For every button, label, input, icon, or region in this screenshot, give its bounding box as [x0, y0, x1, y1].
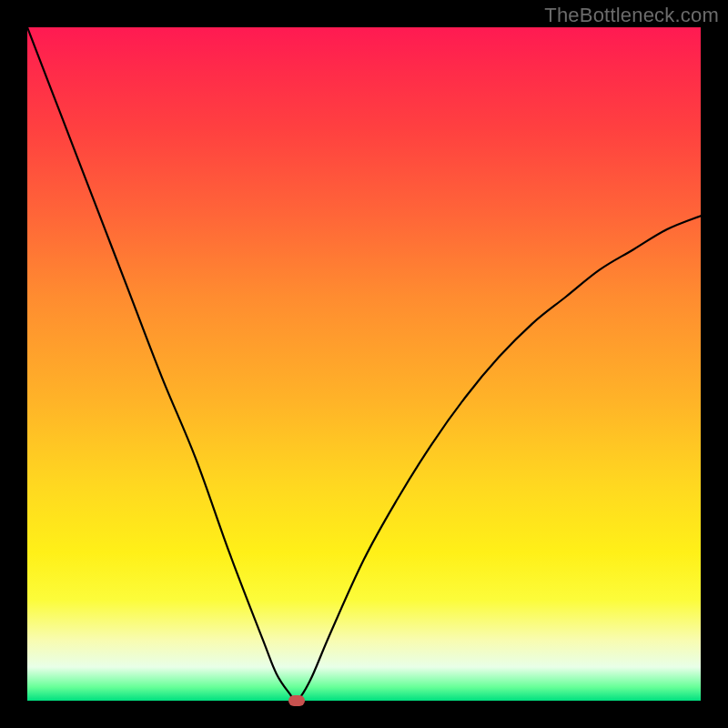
watermark-text: TheBottleneck.com — [544, 4, 719, 27]
bottleneck-curve-path — [27, 27, 701, 701]
optimal-point-marker — [288, 695, 305, 706]
chart-plot-area — [27, 27, 701, 701]
curve-svg — [27, 27, 701, 701]
